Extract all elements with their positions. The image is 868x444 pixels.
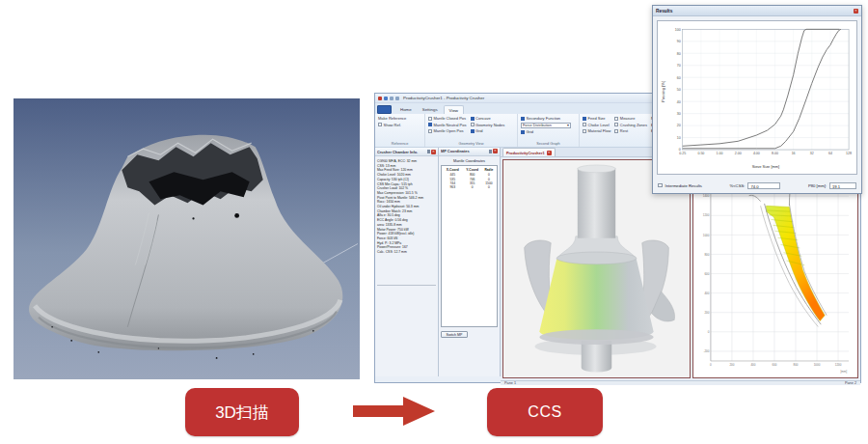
document-tab[interactable]: ProductivityCrusher1 × xyxy=(502,148,556,156)
checkbox-material-flow[interactable]: Material Flow xyxy=(583,128,610,133)
table-row: 4458000 xyxy=(443,173,496,177)
svg-text:1200: 1200 xyxy=(835,362,842,366)
checkbox-box[interactable] xyxy=(428,117,432,121)
checkbox-box[interactable] xyxy=(614,117,618,121)
checkbox-box[interactable] xyxy=(378,123,382,126)
svg-text:0: 0 xyxy=(708,330,710,334)
group-label-reference: Reference xyxy=(378,141,421,147)
psd-chart-svg: 0.250.501.002.004.008.001632641280102030… xyxy=(658,21,856,174)
checkbox-grid[interactable]: Grid xyxy=(471,128,505,133)
checkbox-box[interactable] xyxy=(471,129,475,133)
css-label: %<CSS: xyxy=(729,183,745,188)
checkbox-secondary-function[interactable]: Secondary Function xyxy=(521,116,571,121)
svg-text:0: 0 xyxy=(679,148,681,152)
checkbox-choke-level[interactable]: Choke Level xyxy=(583,123,610,127)
css-value-field[interactable]: 74.0 xyxy=(747,182,780,189)
svg-text:16: 16 xyxy=(792,152,796,155)
psd-series xyxy=(683,29,841,148)
slide-canvas: ProductivityCrusher1 - Productivity Crus… xyxy=(0,0,868,444)
svg-text:1000: 1000 xyxy=(814,362,821,366)
bottom-shaft xyxy=(582,341,612,372)
results-title: Results xyxy=(656,9,672,14)
scan-step-label: 3D扫描 xyxy=(185,388,299,436)
tab-settings[interactable]: Settings xyxy=(418,105,443,114)
results-window: Results × 0.250.501.002.004.008.00163264… xyxy=(652,5,862,194)
checkbox-box[interactable] xyxy=(583,123,586,126)
mantle-coordinates-list[interactable]: X-Coord Y-Coord Radie 4458000 5357460 74… xyxy=(441,165,498,327)
checkbox-box[interactable] xyxy=(471,117,475,121)
undo-icon[interactable] xyxy=(390,97,393,100)
checkbox-mantle-closed-pos[interactable]: Mantle Closed Pos xyxy=(428,116,467,121)
status-bar: Pane 1 Pane 2 xyxy=(501,380,860,385)
svg-text:0: 0 xyxy=(710,362,712,366)
intermediate-results-checkbox[interactable] xyxy=(658,183,663,188)
force-distribution-select[interactable]: Force Distribution ▾ xyxy=(521,123,571,128)
svg-text:64: 64 xyxy=(828,152,832,155)
close-icon[interactable]: × xyxy=(493,149,498,153)
checkbox-box[interactable] xyxy=(428,129,432,133)
file-button[interactable] xyxy=(377,105,392,114)
checkbox-box[interactable] xyxy=(521,117,525,121)
checkbox-show-ref[interactable]: Show Ref. xyxy=(378,123,406,127)
mp-panel-body: Mantle Coordinates X-Coord Y-Coord Radie… xyxy=(439,156,500,376)
svg-text:8.00: 8.00 xyxy=(772,152,778,155)
group-label-geometry-view: Geometry View xyxy=(428,141,514,147)
svg-text:800: 800 xyxy=(794,362,799,366)
checkbox-box[interactable] xyxy=(614,129,618,133)
close-icon[interactable]: × xyxy=(854,9,858,14)
checkbox-box[interactable] xyxy=(583,129,586,133)
checkbox-rest[interactable]: Rest xyxy=(614,128,647,133)
mantle-coordinates-label: Mantle Coordinates xyxy=(441,159,498,163)
checkbox-measure[interactable]: Measure xyxy=(614,116,647,121)
checkbox-box[interactable] xyxy=(583,117,586,121)
p80-label: P80 [mm]: xyxy=(808,183,827,188)
save-icon[interactable] xyxy=(384,97,388,100)
svg-text:1.00: 1.00 xyxy=(717,152,723,155)
chamber-xlabel: [mm] xyxy=(840,370,847,374)
close-icon[interactable]: × xyxy=(431,150,436,154)
mp-coordinates-panel: MP Coordinates × Mantle Coordinates X-Co… xyxy=(439,148,501,376)
flow-arrow-icon xyxy=(353,396,436,427)
cone-base-rim xyxy=(539,329,653,345)
intermediate-results-label: Intermediate Results xyxy=(665,183,702,188)
results-footer: Intermediate Results %<CSS: 74.0 P80 [mm… xyxy=(653,179,861,192)
psd-ylabel: Passing [%] xyxy=(661,81,665,102)
svg-text:2.00: 2.00 xyxy=(735,152,742,155)
checkbox-concave[interactable]: Concave xyxy=(471,116,505,121)
checkbox-box[interactable] xyxy=(614,123,618,126)
shaft-top xyxy=(578,165,615,173)
ribbon-group-reference: Make Reference Show Ref. Reference xyxy=(375,114,425,147)
checkbox-geometry-nodes[interactable]: Geometry Nodes xyxy=(471,123,505,127)
checkbox-feed-size[interactable]: Feed Size xyxy=(583,116,610,121)
checkbox-mantle-open-pos[interactable]: Mantle Open Pos xyxy=(428,128,467,133)
mp-panel-title: MP Coordinates xyxy=(441,149,488,153)
tab-home[interactable]: Home xyxy=(395,105,417,114)
scan-3d-image xyxy=(14,98,360,379)
svg-text:600: 600 xyxy=(772,362,776,366)
chevron-down-icon: ▾ xyxy=(567,123,569,127)
crusher-chamber-info-panel: Crusher Chamber Info. × CG900 MF/A, ECC:… xyxy=(375,148,439,376)
checkbox-box[interactable] xyxy=(428,123,432,126)
checkbox-second-grid[interactable]: Grid xyxy=(521,129,571,134)
ccs-step-label: CCS xyxy=(487,388,603,436)
checkbox-box[interactable] xyxy=(521,130,525,134)
mantle-cone xyxy=(539,259,653,340)
info-panel-header: Crusher Chamber Info. × xyxy=(375,148,438,156)
hole-speck xyxy=(234,213,239,218)
pin-icon[interactable] xyxy=(427,150,430,153)
svg-text:30: 30 xyxy=(677,112,681,116)
svg-text:1400: 1400 xyxy=(703,194,710,198)
group-label-second-graph: Second Graph xyxy=(521,141,576,147)
checkbox-mantle-neutral-pos[interactable]: Mantle Neutral Pos xyxy=(428,123,467,127)
checkbox-box[interactable] xyxy=(471,123,475,126)
close-icon[interactable]: × xyxy=(547,151,552,155)
psd-chart: 0.250.501.002.004.008.001632641280102030… xyxy=(657,20,857,175)
checkbox-crushing-zones[interactable]: Crushing Zones xyxy=(614,123,647,127)
switch-mp-button[interactable]: Switch MP xyxy=(441,331,468,338)
pin-icon[interactable] xyxy=(489,150,492,153)
p80-value-field[interactable]: 19.1 xyxy=(829,182,856,189)
tab-view[interactable]: View xyxy=(444,105,464,114)
redo-icon[interactable] xyxy=(395,97,399,100)
info-lines: CG900 MF/A, ECC: 32 mm CSS: 13 mm Max Fe… xyxy=(375,156,438,258)
make-reference-button[interactable]: Make Reference xyxy=(378,116,406,121)
